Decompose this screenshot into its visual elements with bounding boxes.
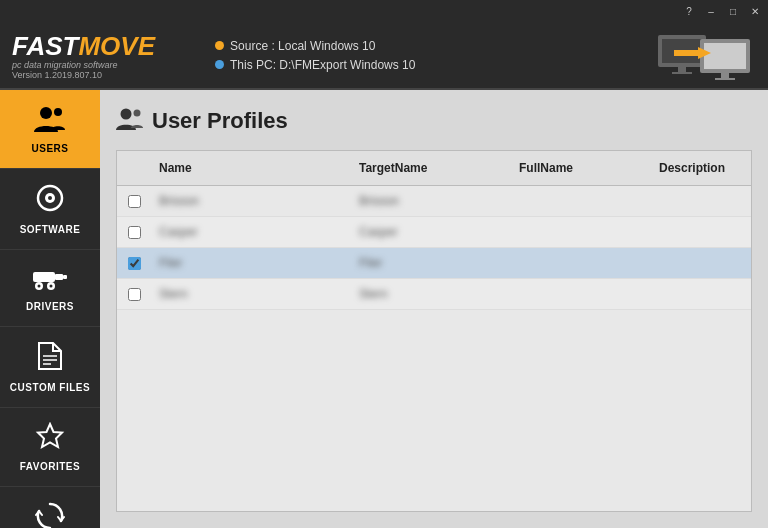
help-button[interactable]: ? xyxy=(682,4,696,18)
favorites-icon xyxy=(35,422,65,455)
sidebar-label-custom-files: CUSTOM FILES xyxy=(10,382,90,393)
svg-point-9 xyxy=(38,285,41,288)
row-name: Filer xyxy=(151,253,351,273)
page-title-icon xyxy=(116,106,144,136)
sidebar-label-users: USERS xyxy=(32,143,69,154)
row-name: Stern xyxy=(151,284,351,304)
svg-point-0 xyxy=(40,107,52,119)
close-button[interactable]: ✕ xyxy=(748,4,762,18)
svg-point-16 xyxy=(134,110,141,117)
monitor-front-screen xyxy=(704,43,746,69)
logo-subtitle: pc data migration software xyxy=(12,60,155,70)
sidebar-item-custom-files[interactable]: CUSTOM FILES xyxy=(0,327,100,408)
minimize-button[interactable]: – xyxy=(704,4,718,18)
header: FASTMOVE pc data migration software Vers… xyxy=(0,22,768,90)
main-layout: USERS SOFTWARE xyxy=(0,90,768,528)
status-dest-text: This PC: D:\FMExport Windows 10 xyxy=(230,58,415,72)
logo-fast: FAST xyxy=(12,31,78,61)
title-bar: ? – □ ✕ xyxy=(0,0,768,22)
monitor-front-base xyxy=(715,78,735,80)
row-targetname: Casper xyxy=(351,222,511,242)
row-fullname xyxy=(511,291,651,297)
th-fullname: FullName xyxy=(511,157,651,179)
users-icon xyxy=(34,104,66,137)
content-area: User Profiles Name TargetName FullName D… xyxy=(100,90,768,528)
status-source: Source : Local Windows 10 xyxy=(215,39,656,53)
row-targetname: Brisson xyxy=(351,191,511,211)
logo-area: FASTMOVE pc data migration software Vers… xyxy=(12,31,155,80)
logo-move: MOVE xyxy=(78,31,155,61)
sidebar-label-drivers: DRIVERS xyxy=(26,301,74,312)
svg-rect-6 xyxy=(55,274,63,280)
row-name: Casper xyxy=(151,222,351,242)
table-body: BrissonBrissonCasperCasperFilerFilerSter… xyxy=(117,186,751,310)
sidebar-item-drivers[interactable]: DRIVERS xyxy=(0,250,100,327)
dest-dot xyxy=(215,60,224,69)
table-row: BrissonBrisson xyxy=(117,186,751,217)
user-profiles-table: Name TargetName FullName Description Bri… xyxy=(116,150,752,512)
sidebar-item-favorites[interactable]: FAVORITES xyxy=(0,408,100,487)
arrow-body xyxy=(674,50,698,56)
status-source-text: Source : Local Windows 10 xyxy=(230,39,375,53)
sidebar-item-sync-folders[interactable]: SYNC FOLDERS xyxy=(0,487,100,528)
th-check xyxy=(117,157,151,179)
sync-folders-icon xyxy=(35,501,65,528)
row-description xyxy=(651,198,751,204)
row-checkbox[interactable] xyxy=(128,257,141,270)
th-name: Name xyxy=(151,157,351,179)
th-description: Description xyxy=(651,157,751,179)
page-title-text: User Profiles xyxy=(152,108,288,134)
sidebar-label-favorites: FAVORITES xyxy=(20,461,80,472)
row-description xyxy=(651,260,751,266)
drivers-icon xyxy=(33,264,67,295)
th-targetname: TargetName xyxy=(351,157,511,179)
row-fullname xyxy=(511,260,651,266)
custom-files-icon xyxy=(37,341,63,376)
row-checkbox-cell xyxy=(117,254,151,273)
row-checkbox[interactable] xyxy=(128,288,141,301)
monitor-front-stand xyxy=(721,73,729,78)
row-targetname: Stern xyxy=(351,284,511,304)
status-dest: This PC: D:\FMExport Windows 10 xyxy=(215,58,656,72)
svg-point-15 xyxy=(121,109,132,120)
row-name: Brisson xyxy=(151,191,351,211)
svg-point-4 xyxy=(48,196,52,200)
sidebar-item-software[interactable]: SOFTWARE xyxy=(0,169,100,250)
monitor-svg xyxy=(656,25,756,85)
header-graphic xyxy=(656,25,756,85)
sidebar-item-users[interactable]: USERS xyxy=(0,90,100,169)
row-checkbox[interactable] xyxy=(128,195,141,208)
svg-rect-5 xyxy=(33,272,55,282)
svg-point-1 xyxy=(54,108,62,116)
sidebar-label-software: SOFTWARE xyxy=(20,224,81,235)
maximize-button[interactable]: □ xyxy=(726,4,740,18)
logo-version: Version 1.2019.807.10 xyxy=(12,70,155,80)
svg-rect-7 xyxy=(63,275,67,279)
row-fullname xyxy=(511,229,651,235)
monitor-back-base xyxy=(672,72,692,74)
page-title-bar: User Profiles xyxy=(116,106,752,136)
monitor-back-stand xyxy=(678,67,686,72)
table-row: SternStern xyxy=(117,279,751,310)
row-checkbox[interactable] xyxy=(128,226,141,239)
row-targetname: Filer xyxy=(351,253,511,273)
header-status: Source : Local Windows 10 This PC: D:\FM… xyxy=(195,39,656,72)
row-checkbox-cell xyxy=(117,223,151,242)
row-description xyxy=(651,291,751,297)
row-fullname xyxy=(511,198,651,204)
row-checkbox-cell xyxy=(117,192,151,211)
table-row: CasperCasper xyxy=(117,217,751,248)
row-description xyxy=(651,229,751,235)
table-header: Name TargetName FullName Description xyxy=(117,151,751,186)
row-checkbox-cell xyxy=(117,285,151,304)
software-icon xyxy=(35,183,65,218)
svg-point-11 xyxy=(50,285,53,288)
source-dot xyxy=(215,41,224,50)
table-row: FilerFiler xyxy=(117,248,751,279)
sidebar: USERS SOFTWARE xyxy=(0,90,100,528)
